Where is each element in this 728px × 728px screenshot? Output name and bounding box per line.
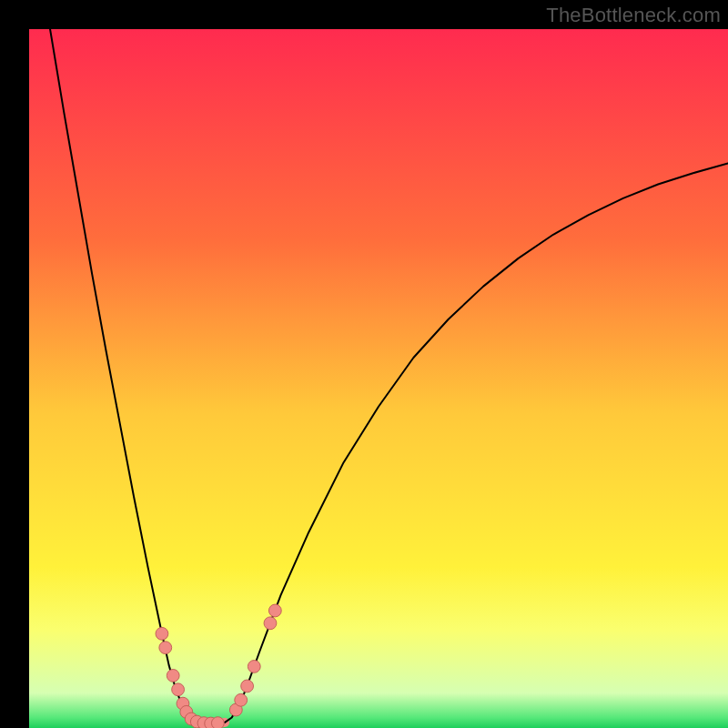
marker-left-2 [167, 669, 179, 682]
marker-left-0 [156, 627, 168, 640]
chart-container: TheBottleneck.com [0, 0, 728, 728]
series-curve-left [50, 29, 197, 723]
marker-left-3 [172, 683, 185, 696]
series-curve-right [225, 163, 728, 722]
marker-right-4 [264, 617, 277, 630]
plot-area [29, 29, 728, 728]
marker-right-2 [241, 680, 254, 693]
marker-left-1 [159, 642, 172, 654]
marker-right-1 [235, 693, 248, 706]
marker-left-10 [211, 717, 224, 728]
marker-right-3 [248, 661, 260, 673]
marker-right-5 [268, 604, 281, 617]
data-curve [29, 29, 728, 728]
watermark-text: TheBottleneck.com [546, 4, 721, 27]
